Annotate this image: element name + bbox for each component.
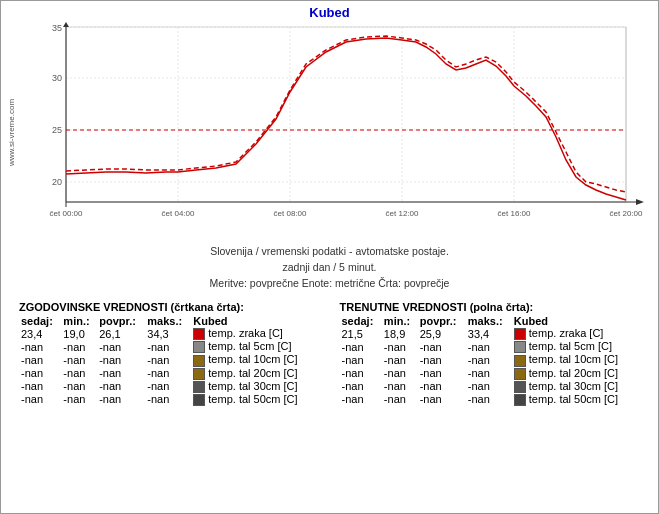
- hist-avg-3: -nan: [97, 367, 145, 380]
- hist-min-1: -nan: [61, 340, 97, 353]
- curr-avg-4: -nan: [418, 380, 466, 393]
- curr-sedaj-3: -nan: [340, 367, 382, 380]
- hist-avg-5: -nan: [97, 393, 145, 406]
- curr-color-box-0: [514, 328, 526, 340]
- curr-sedaj-1: -nan: [340, 340, 382, 353]
- svg-text:30: 30: [52, 73, 62, 83]
- hist-color-box-4: [193, 381, 205, 393]
- curr-row-3: -nan -nan -nan -nan temp. tal 20cm [C]: [340, 367, 641, 380]
- curr-avg-2: -nan: [418, 353, 466, 366]
- curr-sedaj-2: -nan: [340, 353, 382, 366]
- hist-row-2: -nan -nan -nan -nan temp. tal 10cm [C]: [19, 353, 320, 366]
- hist-row-4: -nan -nan -nan -nan temp. tal 30cm [C]: [19, 380, 320, 393]
- curr-min-0: 18,9: [382, 327, 418, 340]
- curr-min-2: -nan: [382, 353, 418, 366]
- hist-avg-2: -nan: [97, 353, 145, 366]
- caption-area: Slovenija / vremenski podatki - avtomats…: [1, 242, 658, 295]
- hist-max-2: -nan: [145, 353, 191, 366]
- svg-text:25: 25: [52, 125, 62, 135]
- curr-color-box-5: [514, 394, 526, 406]
- historical-table: sedaj: min.: povpr.: maks.: Kubed 23,4 1…: [19, 315, 320, 406]
- hist-min-4: -nan: [61, 380, 97, 393]
- curr-desc-0: temp. zraka [C]: [512, 327, 640, 340]
- curr-max-0: 33,4: [466, 327, 512, 340]
- hist-sedaj-0: 23,4: [19, 327, 61, 340]
- curr-max-3: -nan: [466, 367, 512, 380]
- curr-row-1: -nan -nan -nan -nan temp. tal 5cm [C]: [340, 340, 641, 353]
- hist-sedaj-2: -nan: [19, 353, 61, 366]
- hist-avg-0: 26,1: [97, 327, 145, 340]
- hist-col-station: Kubed: [191, 315, 319, 327]
- hist-row-3: -nan -nan -nan -nan temp. tal 20cm [C]: [19, 367, 320, 380]
- svg-text:čet 20:00: čet 20:00: [610, 209, 643, 218]
- hist-desc-4: temp. tal 30cm [C]: [191, 380, 319, 393]
- current-section: TRENUTNE VREDNOSTI (polna črta): sedaj: …: [330, 295, 651, 408]
- curr-max-2: -nan: [466, 353, 512, 366]
- historical-col-headers: sedaj: min.: povpr.: maks.: Kubed: [19, 315, 320, 327]
- curr-desc-5: temp. tal 50cm [C]: [512, 393, 640, 406]
- curr-row-4: -nan -nan -nan -nan temp. tal 30cm [C]: [340, 380, 641, 393]
- curr-avg-1: -nan: [418, 340, 466, 353]
- curr-col-max: maks.:: [466, 315, 512, 327]
- historical-section: ZGODOVINSKE VREDNOSTI (črtkana črta): se…: [9, 295, 330, 408]
- chart-container: www.si-vreme.com 30 25 20 35: [1, 22, 658, 242]
- hist-sedaj-3: -nan: [19, 367, 61, 380]
- svg-marker-18: [63, 22, 69, 27]
- hist-row-5: -nan -nan -nan -nan temp. tal 50cm [C]: [19, 393, 320, 406]
- hist-max-3: -nan: [145, 367, 191, 380]
- curr-color-box-4: [514, 381, 526, 393]
- curr-min-1: -nan: [382, 340, 418, 353]
- hist-min-5: -nan: [61, 393, 97, 406]
- svg-text:35: 35: [52, 23, 62, 33]
- svg-marker-17: [636, 199, 644, 205]
- hist-desc-1: temp. tal 5cm [C]: [191, 340, 319, 353]
- curr-sedaj-4: -nan: [340, 380, 382, 393]
- hist-avg-4: -nan: [97, 380, 145, 393]
- hist-desc-0: temp. zraka [C]: [191, 327, 319, 340]
- hist-col-max: maks.:: [145, 315, 191, 327]
- curr-color-box-3: [514, 368, 526, 380]
- svg-text:čet 12:00: čet 12:00: [386, 209, 419, 218]
- hist-max-4: -nan: [145, 380, 191, 393]
- hist-color-box-0: [193, 328, 205, 340]
- caption-line2: zadnji dan / 5 minut.: [1, 260, 658, 276]
- svg-text:čet 08:00: čet 08:00: [274, 209, 307, 218]
- hist-desc-3: temp. tal 20cm [C]: [191, 367, 319, 380]
- hist-sedaj-1: -nan: [19, 340, 61, 353]
- curr-desc-3: temp. tal 20cm [C]: [512, 367, 640, 380]
- hist-desc-5: temp. tal 50cm [C]: [191, 393, 319, 406]
- chart-title: Kubed: [1, 1, 658, 22]
- main-container: Kubed www.si-vreme.com 30 25 20: [0, 0, 659, 514]
- curr-desc-1: temp. tal 5cm [C]: [512, 340, 640, 353]
- curr-col-sedaj: sedaj:: [340, 315, 382, 327]
- curr-row-2: -nan -nan -nan -nan temp. tal 10cm [C]: [340, 353, 641, 366]
- svg-text:20: 20: [52, 177, 62, 187]
- curr-min-5: -nan: [382, 393, 418, 406]
- chart-svg: 30 25 20 35 čet 00:00: [21, 22, 651, 232]
- curr-desc-4: temp. tal 30cm [C]: [512, 380, 640, 393]
- curr-col-min: min.:: [382, 315, 418, 327]
- historical-header: ZGODOVINSKE VREDNOSTI (črtkana črta):: [19, 301, 320, 313]
- hist-row-0: 23,4 19,0 26,1 34,3 temp. zraka [C]: [19, 327, 320, 340]
- hist-col-sedaj: sedaj:: [19, 315, 61, 327]
- hist-col-min: min.:: [61, 315, 97, 327]
- hist-row-1: -nan -nan -nan -nan temp. tal 5cm [C]: [19, 340, 320, 353]
- curr-row-5: -nan -nan -nan -nan temp. tal 50cm [C]: [340, 393, 641, 406]
- svg-rect-0: [66, 27, 626, 202]
- curr-row-0: 21,5 18,9 25,9 33,4 temp. zraka [C]: [340, 327, 641, 340]
- y-axis-label: www.si-vreme.com: [8, 98, 17, 165]
- curr-col-avg: povpr.:: [418, 315, 466, 327]
- curr-color-box-2: [514, 355, 526, 367]
- hist-max-5: -nan: [145, 393, 191, 406]
- hist-color-box-5: [193, 394, 205, 406]
- hist-min-3: -nan: [61, 367, 97, 380]
- curr-min-3: -nan: [382, 367, 418, 380]
- curr-max-4: -nan: [466, 380, 512, 393]
- hist-sedaj-4: -nan: [19, 380, 61, 393]
- curr-avg-0: 25,9: [418, 327, 466, 340]
- curr-color-box-1: [514, 341, 526, 353]
- hist-min-0: 19,0: [61, 327, 97, 340]
- svg-text:čet 00:00: čet 00:00: [50, 209, 83, 218]
- curr-avg-3: -nan: [418, 367, 466, 380]
- curr-avg-5: -nan: [418, 393, 466, 406]
